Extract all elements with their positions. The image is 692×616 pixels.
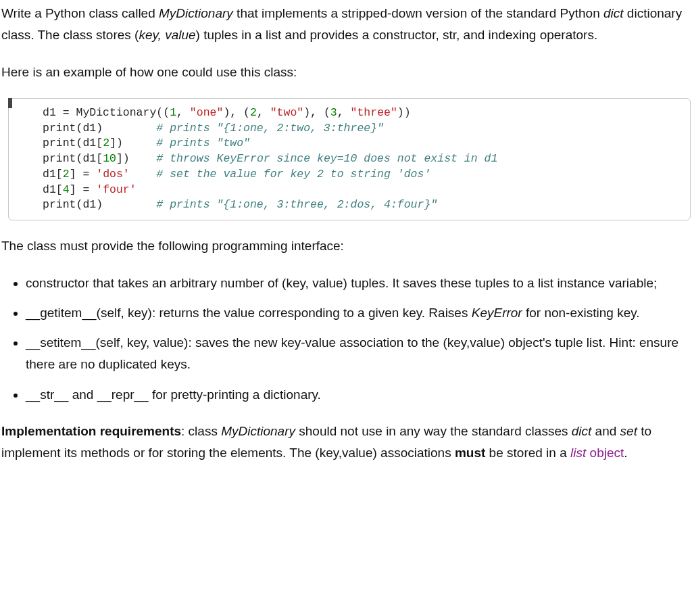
text: that implements a stripped-down version … bbox=[233, 6, 603, 20]
text: and bbox=[591, 424, 620, 438]
set-word: set bbox=[620, 424, 637, 438]
text: ) tuples in a list and provides a constr… bbox=[196, 28, 598, 42]
intro-paragraph: Write a Python class called MyDictionary… bbox=[1, 3, 691, 47]
keyvalue-word: key, value bbox=[139, 28, 195, 42]
text: Write a Python class called bbox=[1, 6, 159, 20]
code-line-1: d1 = MyDictionary((1, "one"), (2, "two")… bbox=[43, 106, 411, 119]
must-word: must bbox=[455, 446, 485, 460]
text: for non-existing key. bbox=[522, 306, 640, 320]
object-word: object bbox=[586, 446, 624, 460]
text: . bbox=[624, 446, 627, 460]
code-line-4: print(d1[10]) # throws KeyError since ke… bbox=[43, 152, 497, 165]
text: should not use in any way the standard c… bbox=[295, 424, 572, 438]
implementation-requirements: Implementation requirements: class MyDic… bbox=[1, 421, 691, 465]
requirement-getitem: __getitem__(self, key): returns the valu… bbox=[26, 302, 691, 324]
class-name: MyDictionary bbox=[159, 6, 233, 20]
list-word: list bbox=[570, 446, 586, 460]
requirement-setitem: __setitem__(self, key, value): saves the… bbox=[26, 332, 691, 376]
code-line-5: d1[2] = 'dos' # set the value for key 2 … bbox=[43, 168, 430, 181]
code-example: d1 = MyDictionary((1, "one"), (2, "two")… bbox=[1, 98, 691, 220]
text: : class bbox=[181, 424, 221, 438]
codebox-corner-marker bbox=[8, 98, 12, 108]
keyerror-word: KeyError bbox=[472, 306, 522, 320]
code-line-7: print(d1) # prints "{1:one, 3:three, 2:d… bbox=[43, 198, 437, 211]
code-block: d1 = MyDictionary((1, "one"), (2, "two")… bbox=[8, 98, 691, 220]
requirement-constructor: constructor that takes an arbitrary numb… bbox=[26, 273, 691, 294]
dict-word: dict bbox=[603, 6, 624, 20]
dict-word: dict bbox=[572, 424, 592, 438]
code-line-6: d1[4] = 'four' bbox=[43, 183, 137, 196]
code-line-2: print(d1) # prints "{1:one, 2:two, 3:thr… bbox=[43, 122, 384, 135]
requirements-list: constructor that takes an arbitrary numb… bbox=[26, 273, 691, 406]
text: be stored in a bbox=[485, 446, 570, 460]
code-line-3: print(d1[2]) # prints "two" bbox=[43, 137, 250, 149]
requirement-str-repr: __str__ and __repr__ for pretty-printing… bbox=[26, 384, 691, 406]
interface-intro: The class must provide the following pro… bbox=[1, 235, 691, 257]
example-intro: Here is an example of how one could use … bbox=[1, 62, 691, 83]
text: __getitem__(self, key): returns the valu… bbox=[26, 306, 472, 320]
class-name: MyDictionary bbox=[221, 424, 295, 438]
lead-text: Implementation requirements bbox=[1, 424, 181, 438]
